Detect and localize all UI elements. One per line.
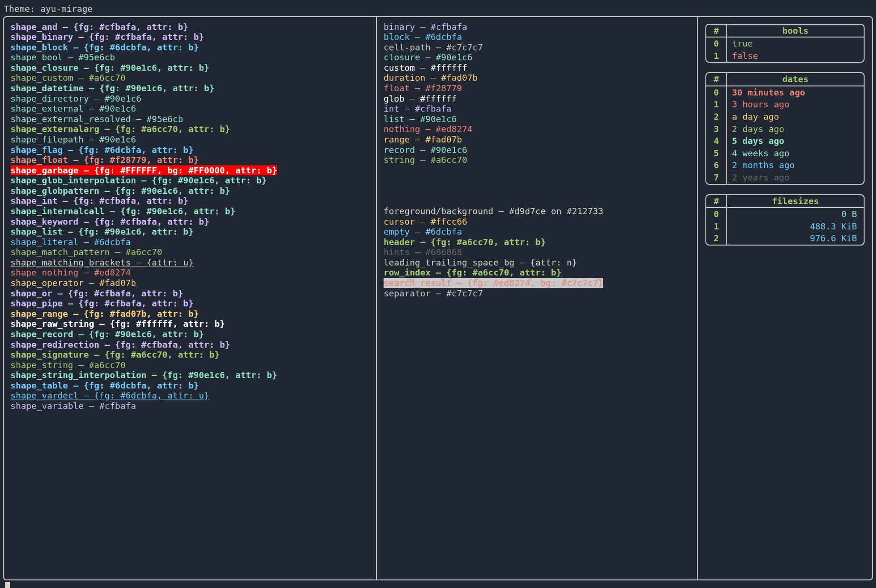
color-entry: shape_closure — {fg: #90e1c6, attr: b} <box>10 63 369 73</box>
header-idx: # <box>706 73 727 85</box>
color-entry: row_index — {fg: #a6cc70, attr: b} <box>384 267 690 278</box>
terminal-cursor <box>5 582 10 588</box>
color-entry: foreground/background — #d9d7ce on #2127… <box>384 206 690 217</box>
color-entry: shape_custom — #a6cc70 <box>10 73 369 83</box>
color-entry: shape_raw_string — {fg: #ffffff, attr: b… <box>10 319 369 329</box>
color-entry-text: shape_external — #90e1c6 <box>10 104 136 114</box>
row-index: 6 <box>706 159 727 171</box>
color-entry-text: shape_glob_interpolation — {fg: #90e1c6,… <box>10 175 267 185</box>
color-entry: shape_literal — #6dcbfa <box>10 237 369 247</box>
color-entry-text: binary — #cfbafa <box>384 22 467 32</box>
row-value: 976.6 KiB <box>727 232 864 245</box>
table-header: #bools <box>706 25 864 37</box>
color-entry-text: block — #6dcbfa <box>384 32 462 42</box>
color-entry-text: shape_range — {fg: #fad07b, attr: b} <box>10 309 199 319</box>
color-entry-text: float — #f28779 <box>384 83 462 93</box>
table-row: 13 hours ago <box>706 98 864 111</box>
color-entry: shape_list — {fg: #90e1c6, attr: b} <box>10 227 369 237</box>
color-entry: glob — #ffffff <box>384 94 690 104</box>
color-entry: search_result — {fg: #ed8274, bg: #c7c7c… <box>384 278 690 288</box>
color-entry: shape_externalarg — {fg: #a6cc70, attr: … <box>10 124 369 134</box>
color-entry: shape_vardecl — {fg: #6dcbfa, attr: u} <box>10 390 369 401</box>
color-entry-text: shape_int — {fg: #cfbafa, attr: b} <box>10 196 188 206</box>
row-value: a day ago <box>727 111 864 123</box>
color-entry: shape_range — {fg: #fad07b, attr: b} <box>10 309 369 319</box>
color-entry: hints — #686868 <box>384 247 690 257</box>
color-entry-text: shape_redirection — {fg: #cfbafa, attr: … <box>10 340 230 350</box>
color-entry-text: shape_filepath — #90e1c6 <box>10 134 136 144</box>
row-index: 1 <box>706 98 727 111</box>
table-row: 54 weeks ago <box>706 147 864 160</box>
color-entry: shape_variable — #cfbafa <box>10 401 369 411</box>
color-entry: nothing — #ed8274 <box>384 124 690 134</box>
row-value: 3 hours ago <box>727 98 864 111</box>
color-entry-text: shape_block — {fg: #6dcbfa, attr: b} <box>10 42 199 52</box>
color-entry-text: shape_match_pattern — #a6cc70 <box>10 247 162 257</box>
color-entry: record — #90e1c6 <box>384 145 690 155</box>
color-entry-text: row_index — {fg: #a6cc70, attr: b} <box>384 267 561 277</box>
shapes-column: shape_and — {fg: #cfbafa, attr: b}shape_… <box>4 17 377 579</box>
table-row: 00 B <box>706 207 864 220</box>
color-entry-text: header — {fg: #a6cc70, attr: b} <box>384 237 546 247</box>
color-entry-text: nothing — #ed8274 <box>384 124 472 134</box>
color-entry: shape_redirection — {fg: #cfbafa, attr: … <box>10 340 369 350</box>
table-row: 1488.3 KiB <box>706 220 864 233</box>
row-value: 2 months ago <box>727 159 864 171</box>
color-entry: shape_string_interpolation — {fg: #90e1c… <box>10 370 369 380</box>
color-entry-text: shape_vardecl — {fg: #6dcbfa, attr: u} <box>10 390 209 400</box>
row-value: false <box>727 50 864 62</box>
color-entry-text: shape_operator — #fad07b <box>10 278 136 288</box>
row-value: 0 B <box>727 208 864 220</box>
row-index: 7 <box>706 171 727 184</box>
row-index: 4 <box>706 135 727 147</box>
blank-line <box>384 165 690 176</box>
row-index: 1 <box>706 220 727 233</box>
color-entry-text: duration — #fad07b <box>384 73 478 83</box>
row-index: 1 <box>706 50 727 62</box>
color-entry-text: shape_pipe — {fg: #cfbafa, attr: b} <box>10 298 193 308</box>
color-entry-text: shape_raw_string — {fg: #ffffff, attr: b… <box>10 319 225 329</box>
color-entry: float — #f28779 <box>384 83 690 94</box>
color-entry: separator — #c7c7c7 <box>384 288 690 299</box>
color-entry-text: foreground/background — #d9d7ce on #2127… <box>384 206 603 216</box>
table-row: 45 days ago <box>706 135 864 147</box>
color-entry: shape_int — {fg: #cfbafa, attr: b} <box>10 196 369 206</box>
color-entry-text: leading_trailing_space_bg — {attr: n} <box>384 257 577 267</box>
color-entry-text: shape_string — #a6cc70 <box>10 360 125 370</box>
color-entry: shape_directory — #90e1c6 <box>10 94 369 104</box>
color-entry-text: shape_string_interpolation — {fg: #90e1c… <box>10 370 277 380</box>
color-entry-text: range — #fad07b <box>384 134 462 144</box>
color-entry-text: custom — #ffffff <box>384 63 467 73</box>
row-index: 0 <box>706 208 727 220</box>
dates-table: #dates030 minutes ago13 hours ago2a day … <box>705 72 865 184</box>
color-entry: shape_datetime — {fg: #90e1c6, attr: b} <box>10 83 369 94</box>
table-row: 62 months ago <box>706 159 864 171</box>
row-value: 488.3 KiB <box>727 220 864 233</box>
color-entry-text: shape_record — {fg: #90e1c6, attr: b} <box>10 329 204 339</box>
table-header: #dates <box>706 73 864 85</box>
row-index: 0 <box>706 86 727 99</box>
color-entry-text: shape_external_resolved — #95e6cb <box>10 114 183 124</box>
color-entry-text: closure — #90e1c6 <box>384 52 472 62</box>
row-index: 0 <box>706 38 727 50</box>
table-row: 1false <box>706 50 864 62</box>
color-entry-text: shape_externalarg — {fg: #a6cc70, attr: … <box>10 124 230 134</box>
color-entry-text: cell-path — #c7c7c7 <box>384 42 483 52</box>
color-entry: shape_float — {fg: #f28779, attr: b} <box>10 155 369 165</box>
header-idx: # <box>706 25 727 37</box>
header-val: filesizes <box>727 195 864 208</box>
color-entry-text: shape_signature — {fg: #a6cc70, attr: b} <box>10 350 220 360</box>
header-idx: # <box>706 195 727 208</box>
color-entry-text: shape_and — {fg: #cfbafa, attr: b} <box>10 22 188 32</box>
color-entry: shape_or — {fg: #cfbafa, attr: b} <box>10 288 369 299</box>
color-entry-text: shape_variable — #cfbafa <box>10 401 136 411</box>
color-entry: shape_match_pattern — #a6cc70 <box>10 247 369 257</box>
color-entry: closure — #90e1c6 <box>384 52 690 63</box>
color-entry: shape_string — #a6cc70 <box>10 360 369 370</box>
color-entry-text: shape_directory — #90e1c6 <box>10 94 141 104</box>
blank-line <box>384 186 690 196</box>
theme-value: ayu-mirage <box>40 4 93 14</box>
color-entry: shape_matching_brackets — {attr: u} <box>10 257 369 268</box>
color-entry-text: hints — #686868 <box>384 247 462 257</box>
color-entry: shape_keyword — {fg: #cfbafa, attr: b} <box>10 217 369 227</box>
